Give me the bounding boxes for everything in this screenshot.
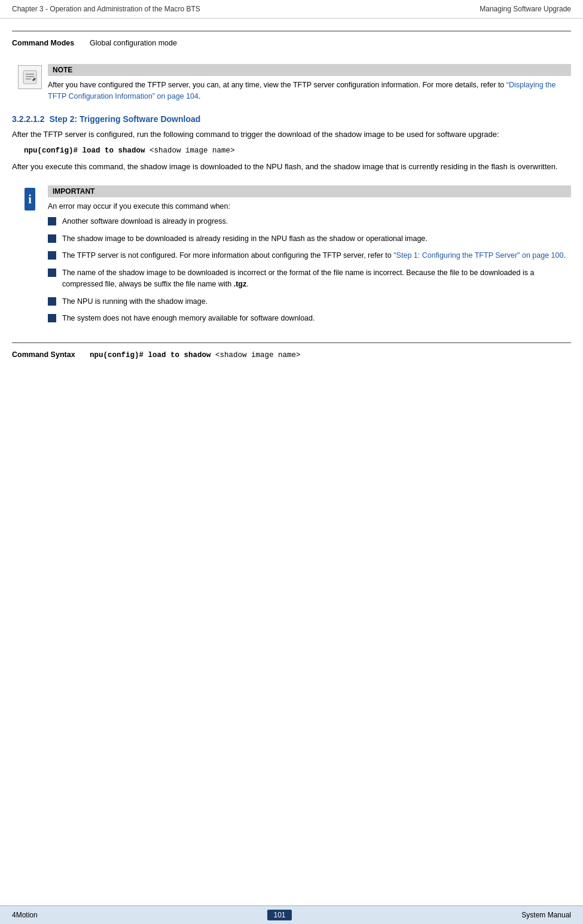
bullet-icon <box>48 234 56 243</box>
bullet-text-1: Another software download is already in … <box>62 216 228 227</box>
syntax-code-main: npu(config)# load to shadow <box>90 351 211 359</box>
list-item: The system does not have enough memory a… <box>48 313 571 324</box>
page-footer: 4Motion 101 System Manual <box>0 905 583 924</box>
list-item: Another software download is already in … <box>48 216 571 227</box>
body-text-1: After the TFTP server is configured, run… <box>12 129 571 141</box>
bullet3-link[interactable]: "Step 1: Configuring the TFTP Server" on… <box>393 251 563 260</box>
section-number: 3.2.2.1.2 <box>12 114 45 124</box>
list-item: The shadow image to be downloaded is alr… <box>48 233 571 245</box>
section-title: Step 2: Triggering Software Download <box>50 114 201 124</box>
note-text-part1: After you have configured the TFTP serve… <box>48 81 506 89</box>
important-content: IMPORTANT An error may occur if you exec… <box>48 185 571 330</box>
note-header: NOTE <box>48 64 571 76</box>
bullet-icon <box>48 251 56 260</box>
footer-right: System Manual <box>521 911 571 919</box>
header-chapter: Chapter 3 - Operation and Administration… <box>12 5 200 13</box>
important-icon-area: i <box>12 185 48 330</box>
code-line-1: npu(config)# load to shadow <shadow imag… <box>24 147 571 155</box>
command-modes-value: Global configuration mode <box>90 39 177 47</box>
bullet-icon <box>48 217 56 225</box>
command-syntax-label: Command Syntax <box>12 350 90 359</box>
bullet-text-4: The name of the shadow image to be downl… <box>62 267 571 290</box>
command-modes-label: Command Modes <box>12 39 90 47</box>
bullet-text-3: The TFTP server is not configured. For m… <box>62 250 566 261</box>
note-text-part2: . <box>199 92 200 100</box>
note-text: After you have configured the TFTP serve… <box>48 80 571 102</box>
important-box: i IMPORTANT An error may occur if you ex… <box>12 185 571 330</box>
body-text-2: After you execute this command, the shad… <box>12 161 571 173</box>
code-main: npu(config)# load to shadow <box>24 147 145 155</box>
code-var: <shadow image name> <box>145 147 235 155</box>
note-icon-area <box>12 64 48 102</box>
syntax-code-var: <shadow image name> <box>211 351 301 359</box>
bullet-text-2: The shadow image to be downloaded is alr… <box>62 233 428 245</box>
bullet-text-5: The NPU is running with the shadow image… <box>62 296 207 307</box>
important-header: IMPORTANT <box>48 185 571 197</box>
footer-left: 4Motion <box>12 911 38 919</box>
svg-rect-0 <box>23 71 36 84</box>
footer-page-number: 101 <box>267 910 291 920</box>
main-content: Command Modes Global configuration mode … <box>0 19 583 379</box>
page-header: Chapter 3 - Operation and Administration… <box>0 0 583 19</box>
note-icon <box>18 65 42 89</box>
command-syntax-code: npu(config)# load to shadow <shadow imag… <box>90 351 301 359</box>
important-icon: i <box>25 188 35 211</box>
command-syntax-row: Command Syntax npu(config)# load to shad… <box>12 342 571 367</box>
list-item: The name of the shadow image to be downl… <box>48 267 571 290</box>
bullet-icon <box>48 269 56 277</box>
note-svg-icon <box>22 69 38 86</box>
note-box: NOTE After you have configured the TFTP … <box>12 64 571 102</box>
bullet-icon <box>48 314 56 322</box>
bullet-text-6: The system does not have enough memory a… <box>62 313 315 324</box>
section-heading: 3.2.2.1.2Step 2: Triggering Software Dow… <box>12 114 571 124</box>
list-item: The NPU is running with the shadow image… <box>48 296 571 307</box>
bullet-icon <box>48 297 56 306</box>
command-modes-row: Command Modes Global configuration mode <box>12 31 571 54</box>
header-section: Managing Software Upgrade <box>480 5 571 13</box>
note-content: NOTE After you have configured the TFTP … <box>48 64 571 102</box>
important-bullets: Another software download is already in … <box>48 216 571 324</box>
command-syntax-value: npu(config)# load to shadow <shadow imag… <box>90 350 301 359</box>
list-item: The TFTP server is not configured. For m… <box>48 250 571 261</box>
important-intro: An error may occur if you execute this c… <box>48 201 571 212</box>
